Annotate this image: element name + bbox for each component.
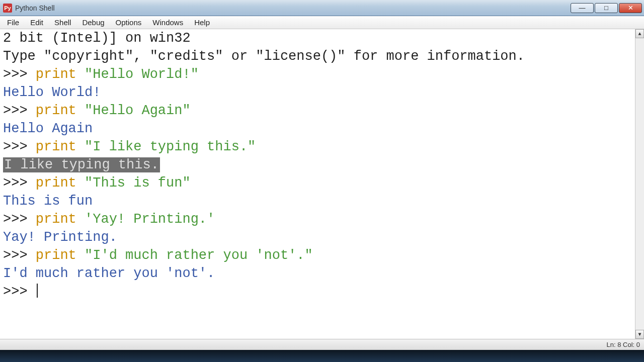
close-button[interactable]: ✕ — [619, 3, 642, 13]
selected-text: I like typing this. — [3, 157, 160, 172]
scroll-up-button[interactable]: ▲ — [635, 29, 644, 38]
desktop-edge — [0, 350, 644, 362]
menu-debug[interactable]: Debug — [77, 17, 109, 28]
vertical-scrollbar[interactable]: ▲ ▼ — [635, 29, 644, 339]
scroll-down-button[interactable]: ▼ — [635, 330, 644, 339]
window-title: Python Shell — [15, 4, 55, 12]
menu-edit[interactable]: Edit — [25, 17, 48, 28]
menu-options[interactable]: Options — [111, 17, 147, 28]
status-position: Ln: 8 Col: 0 — [607, 341, 640, 348]
maximize-button[interactable]: □ — [595, 3, 618, 13]
menu-file[interactable]: File — [2, 17, 24, 28]
text-cursor — [37, 284, 38, 298]
window-titlebar: Py Python Shell — □ ✕ — [0, 0, 644, 16]
shell-text[interactable]: 2 bit (Intel)] on win32 Type "copyright"… — [0, 29, 644, 339]
app-icon: Py — [3, 4, 12, 13]
window-buttons: — □ ✕ — [571, 3, 642, 13]
minimize-button[interactable]: — — [571, 3, 594, 13]
menu-windows[interactable]: Windows — [147, 17, 188, 28]
menu-shell[interactable]: Shell — [49, 17, 76, 28]
status-bar: Ln: 8 Col: 0 — [0, 339, 644, 350]
menu-help[interactable]: Help — [189, 17, 215, 28]
menu-bar: File Edit Shell Debug Options Windows He… — [0, 16, 644, 29]
shell-area: 2 bit (Intel)] on win32 Type "copyright"… — [0, 29, 644, 350]
